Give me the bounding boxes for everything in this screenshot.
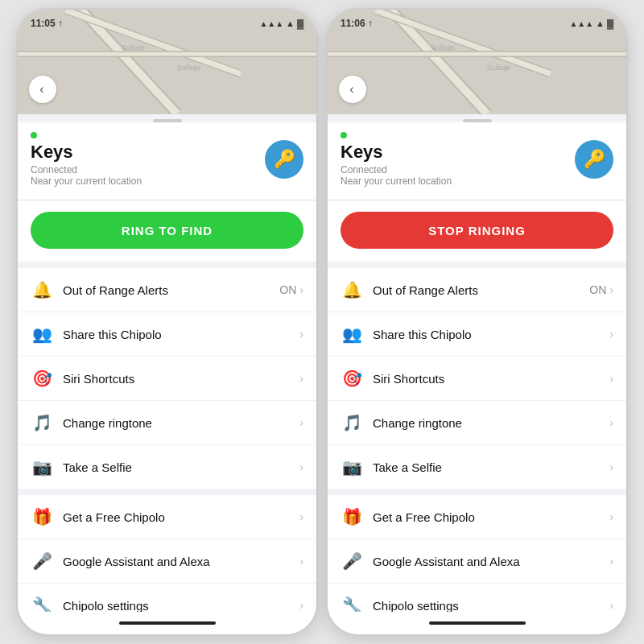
menu-item-label: Share this Chipolo [373,328,609,341]
menu-item[interactable]: 🎵Change ringtone› [328,401,626,445]
menu-item-value: ON [279,283,296,296]
menu-item[interactable]: 🔔Out of Range AlertsON› [18,268,316,312]
status-bar: 11:06 ↑ ▲▲▲ ▲ ▓ [328,10,626,32]
menu-item-icon: 🎤 [341,550,363,572]
menu-item-label: Siri Shortcuts [63,372,299,386]
menu-item-right: › [299,555,303,568]
chevron-icon: › [299,416,303,429]
menu-item-label: Chipolo settings [63,599,299,613]
menu-item[interactable]: 📷Take a Selfie› [18,445,316,489]
menu-item-right: › [609,460,613,473]
chevron-icon: › [299,328,303,341]
menu-item[interactable]: 🎯Siri Shortcuts› [328,357,626,401]
scroll-area: Keys Connected Near your current locatio… [18,122,316,612]
menu-item-icon: 🔔 [341,279,363,301]
svg-text:Sušiuje: Sušiuje [487,64,510,72]
menu-item-right: › [299,372,303,385]
home-bar [429,621,526,625]
menu-item-label: Out of Range Alerts [63,283,279,297]
menu-item-icon: 👥 [341,323,363,345]
menu-item-label: Take a Selfie [63,460,299,474]
menu-item[interactable]: 🔧Chipolo settings› [328,584,626,612]
menu-item[interactable]: 🎁Get a Free Chipolo› [18,495,316,539]
status-time: 11:05 ↑ [31,18,63,29]
menu-item-value: ON [589,283,606,296]
menu-item-label: Siri Shortcuts [373,372,609,386]
menu-item-icon: 🎵 [31,411,53,434]
chevron-icon: › [299,555,303,568]
ring-to-find-button[interactable]: RING TO FIND [31,212,303,249]
chevron-icon: › [609,372,613,385]
menu-item-icon: 🎁 [31,506,53,528]
menu-item[interactable]: 🎤Google Assistant and Alexa› [18,539,316,584]
chevron-icon: › [299,510,303,523]
chevron-icon: › [299,372,303,385]
menu-item[interactable]: 🎵Change ringtone› [18,401,316,445]
back-button[interactable]: ‹ [339,76,366,103]
menu-item[interactable]: 🔔Out of Range AlertsON› [328,268,626,312]
menu-item-right: › [299,510,303,523]
back-button[interactable]: ‹ [29,76,56,103]
chevron-icon: › [609,555,613,568]
back-arrow-icon: ‹ [349,82,353,97]
svg-text:Sušiuje: Sušiuje [431,43,455,52]
menu-item[interactable]: 🔧Chipolo settings› [18,584,316,612]
key-icon: 🔑 [274,149,295,170]
menu-item-label: Google Assistant and Alexa [63,555,299,568]
menu-item-icon: 🎁 [341,506,363,528]
menu-item-icon: 🎤 [31,550,53,572]
chevron-icon: › [609,599,613,612]
menu-section-1: 🎁Get a Free Chipolo›🎤Google Assistant an… [328,495,626,612]
stop-ringing-button[interactable]: STOP RINGING [341,212,613,249]
main-container: Sušiuje Sušiuje 11:05 ↑ ▲▲▲ ▲ ▓ ‹ Keys C… [8,0,636,644]
scroll-area: Keys Connected Near your current locatio… [328,122,626,612]
menu-item-label: Get a Free Chipolo [373,510,609,524]
key-icon: 🔑 [584,149,605,170]
map-area: Sušiuje Sušiuje 11:05 ↑ ▲▲▲ ▲ ▓ ‹ [18,10,316,114]
device-icon-button[interactable]: 🔑 [575,140,613,179]
chevron-icon: › [609,416,613,429]
menu-item-right: › [299,460,303,473]
device-connected: Connected [31,164,142,175]
menu-item-right: › [609,510,613,523]
menu-item[interactable]: 📷Take a Selfie› [328,445,626,489]
device-location: Near your current location [31,175,142,187]
device-icon-button[interactable]: 🔑 [265,140,303,179]
menu-item-icon: 🎯 [341,367,363,390]
menu-item-label: Get a Free Chipolo [63,510,299,524]
menu-item-icon: 📷 [341,456,363,478]
menu-item[interactable]: 👥Share this Chipolo› [328,312,626,357]
menu-item[interactable]: 👥Share this Chipolo› [18,312,316,357]
menu-item[interactable]: 🎁Get a Free Chipolo› [328,495,626,539]
phone-right: Sušiuje Sušiuje 11:06 ↑ ▲▲▲ ▲ ▓ ‹ Keys C… [326,8,628,636]
status-time: 11:06 ↑ [341,18,373,29]
menu-item[interactable]: 🎯Siri Shortcuts› [18,357,316,401]
menu-item-icon: 📷 [31,456,53,478]
menu-item-icon: 🎯 [31,367,53,390]
chevron-icon: › [609,510,613,523]
status-dot [341,132,347,138]
menu-item-right: › [299,328,303,341]
menu-item-label: Take a Selfie [373,460,609,474]
status-dot [31,132,37,138]
menu-item-right: › [609,328,613,341]
status-bar: 11:05 ↑ ▲▲▲ ▲ ▓ [18,10,316,32]
chevron-icon: › [299,460,303,473]
menu-item-icon: 👥 [31,323,53,345]
menu-item-right: › [609,599,613,612]
device-info: Keys Connected Near your current locatio… [328,122,626,200]
menu-item-label: Share this Chipolo [63,328,299,341]
menu-section-0: 🔔Out of Range AlertsON›👥Share this Chipo… [328,268,626,489]
status-icons: ▲▲▲ ▲ ▓ [259,19,303,28]
menu-item-right: ON› [279,283,303,296]
svg-text:Sušiuje: Sušiuje [177,64,200,72]
chevron-icon: › [609,283,613,296]
menu-item-right: › [299,599,303,612]
action-area: RING TO FIND [18,200,316,268]
wifi-icon: ▲ [596,19,605,28]
menu-item-icon: 🔧 [341,594,363,612]
menu-item[interactable]: 🎤Google Assistant and Alexa› [328,539,626,584]
map-area: Sušiuje Sušiuje 11:06 ↑ ▲▲▲ ▲ ▓ ‹ [328,10,626,114]
device-name: Keys [341,142,452,163]
menu-item-right: › [609,416,613,429]
